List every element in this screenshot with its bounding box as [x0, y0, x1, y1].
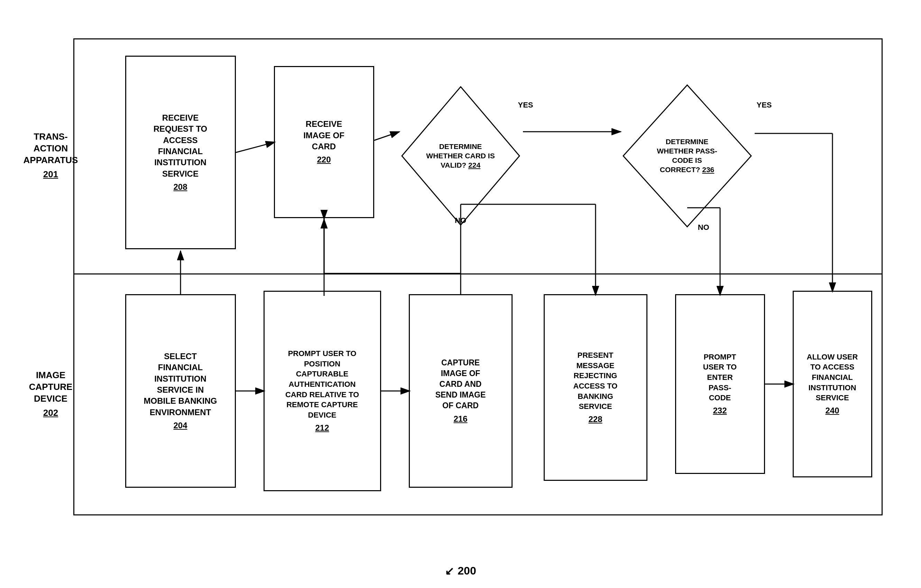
passcode-no-label: NO	[698, 223, 709, 232]
box-present-message: PRESENTMESSAGEREJECTINGACCESS TOBANKINGS…	[543, 294, 648, 481]
diagram-outer: TRANS- ACTION APPARATUS 201 IMAGE CAPTUR…	[28, 38, 893, 550]
box-receive-image-ref: 220	[317, 154, 330, 165]
diamond-passcode: DETERMINEWHETHER PASS-CODE ISCORRECT? 23…	[620, 59, 755, 253]
box-prompt-passcode-text: PROMPTUSER TOENTERPASS-CODE	[703, 352, 737, 403]
box-prompt-position: PROMPT USER TOPOSITIONCAPTURABLEAUTHENTI…	[264, 291, 381, 491]
label-image-capture-device: IMAGE CAPTURE DEVICE 202	[28, 273, 73, 515]
card-valid-yes-label: YES	[518, 101, 533, 110]
box-prompt-passcode-ref: 232	[713, 405, 727, 416]
box-capture-send: CAPTUREIMAGE OFCARD ANDSEND IMAGEOF CARD…	[409, 294, 513, 488]
box-receive-image-text: RECEIVEIMAGE OFCARD	[303, 119, 345, 152]
h-divider	[73, 273, 883, 275]
figure-arrow-icon: ↙	[445, 565, 454, 578]
box-select-financial-text: SELECTFINANCIALINSTITUTIONSERVICE INMOBI…	[144, 351, 217, 418]
box-receive-image: RECEIVEIMAGE OFCARD 220	[274, 66, 374, 218]
box-capture-send-ref: 216	[453, 413, 467, 424]
box-prompt-position-ref: 212	[315, 422, 329, 433]
box-receive-request: RECEIVEREQUEST TOACCESSFINANCIALINSTITUT…	[125, 56, 236, 249]
page-container: TRANS- ACTION APPARATUS 201 IMAGE CAPTUR…	[0, 0, 921, 588]
box-allow-user: ALLOW USERTO ACCESSFINANCIALINSTITUTIONS…	[793, 291, 872, 478]
card-valid-no-label: NO	[455, 216, 466, 225]
box-select-financial: SELECTFINANCIALINSTITUTIONSERVICE INMOBI…	[125, 294, 236, 488]
box-present-message-ref: 228	[588, 414, 602, 424]
passcode-yes-label: YES	[757, 101, 771, 110]
box-prompt-passcode: PROMPTUSER TOENTERPASS-CODE 232	[675, 294, 765, 474]
device-ref: 202	[43, 407, 58, 419]
box-receive-request-ref: 208	[173, 182, 187, 192]
label-transaction-apparatus: TRANS- ACTION APPARATUS 201	[28, 38, 73, 273]
figure-number: 200	[457, 565, 476, 577]
box-select-financial-ref: 204	[173, 420, 187, 431]
apparatus-ref: 201	[43, 169, 58, 180]
box-allow-user-text: ALLOW USERTO ACCESSFINANCIALINSTITUTIONS…	[807, 352, 858, 403]
box-present-message-text: PRESENTMESSAGEREJECTINGACCESS TOBANKINGS…	[573, 350, 618, 412]
diamond-passcode-text: DETERMINEWHETHER PASS-CODE ISCORRECT? 23…	[635, 137, 739, 175]
figure-label: ↙ 200	[445, 565, 476, 578]
box-prompt-position-text: PROMPT USER TOPOSITIONCAPTURABLEAUTHENTI…	[285, 348, 359, 420]
box-allow-user-ref: 240	[825, 405, 839, 416]
box-capture-send-text: CAPTUREIMAGE OFCARD ANDSEND IMAGEOF CARD	[435, 357, 486, 411]
diamond-card-valid-text: DETERMINEWHETHER CARD ISVALID? 224	[412, 142, 509, 170]
box-receive-request-text: RECEIVEREQUEST TOACCESSFINANCIALINSTITUT…	[153, 112, 208, 179]
diamond-card-valid: DETERMINEWHETHER CARD ISVALID? 224 YES N…	[399, 59, 523, 253]
